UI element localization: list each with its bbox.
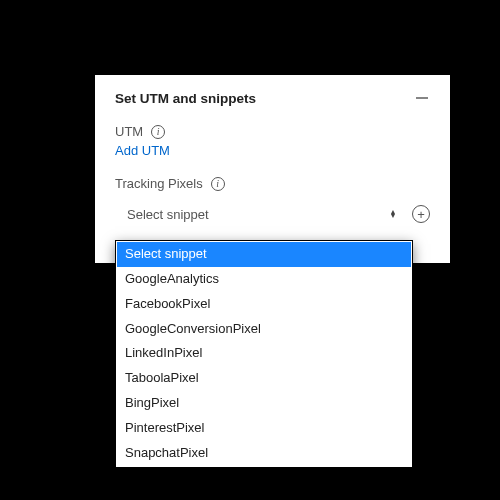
dropdown-item[interactable]: FacebookPixel	[117, 292, 411, 317]
dropdown-item[interactable]: LinkedInPixel	[117, 341, 411, 366]
utm-snippets-panel: Set UTM and snippets UTM i Add UTM Track…	[95, 75, 450, 263]
tracking-label: Tracking Pixels	[115, 176, 203, 191]
tracking-label-row: Tracking Pixels i	[115, 176, 430, 191]
sort-icon: ▲▼	[388, 210, 398, 218]
dropdown-item[interactable]: PinterestPixel	[117, 416, 411, 441]
snippet-select-value: Select snippet	[127, 207, 209, 222]
info-icon[interactable]: i	[211, 177, 225, 191]
dropdown-item[interactable]: BingPixel	[117, 391, 411, 416]
snippet-select[interactable]: Select snippet ▲▼	[125, 201, 402, 227]
dropdown-item[interactable]: SnapchatPixel	[117, 441, 411, 466]
collapse-button[interactable]	[414, 90, 430, 106]
snippet-dropdown[interactable]: Select snippetGoogleAnalyticsFacebookPix…	[115, 240, 413, 468]
dropdown-item[interactable]: GoogleAnalytics	[117, 267, 411, 292]
utm-label-row: UTM i	[115, 124, 430, 139]
snippet-select-row: Select snippet ▲▼ +	[115, 201, 430, 227]
info-icon[interactable]: i	[151, 125, 165, 139]
panel-title: Set UTM and snippets	[115, 91, 256, 106]
dropdown-item[interactable]: Select snippet	[117, 242, 411, 267]
add-utm-link[interactable]: Add UTM	[115, 143, 430, 158]
utm-label: UTM	[115, 124, 143, 139]
dropdown-item[interactable]: TaboolaPixel	[117, 366, 411, 391]
minus-icon	[415, 91, 429, 105]
dropdown-item[interactable]: GoogleConversionPixel	[117, 317, 411, 342]
panel-header: Set UTM and snippets	[115, 90, 430, 106]
add-snippet-button[interactable]: +	[412, 205, 430, 223]
